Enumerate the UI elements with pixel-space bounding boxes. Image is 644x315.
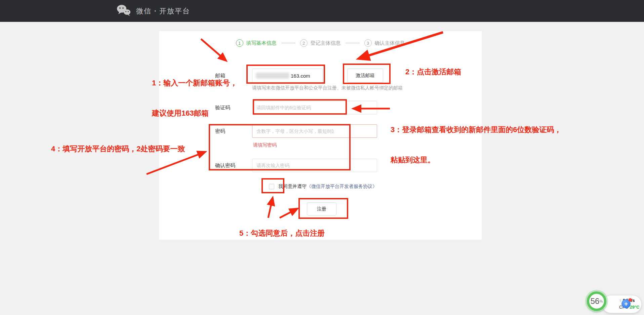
- annotation-text-1: 1：输入一个新邮箱账号， 建议使用163邮箱: [152, 58, 237, 139]
- annotation-rect-activate-button: [343, 64, 391, 84]
- annotation-rect-checkbox: [261, 178, 284, 193]
- annotation-rect-code: [253, 99, 347, 115]
- step-2-entity-info: 2 登记主体信息: [300, 39, 341, 47]
- step-separator: [281, 43, 295, 43]
- annotation-text-3-line2: 粘贴到这里。: [391, 155, 561, 165]
- site-title: 微信・开放平台: [136, 6, 190, 16]
- step-3-label: 确认主体信息: [375, 40, 405, 46]
- annotation-text-2: 2：点击激活邮箱: [405, 67, 461, 77]
- memory-percent-unit: %: [599, 299, 603, 303]
- agreement-text: 我同意并遵守《微信开放平台开发者服务协议》: [278, 184, 377, 190]
- step-2-number: 2: [300, 39, 308, 47]
- step-1-label: 填写基本信息: [246, 40, 277, 46]
- developer-agreement-link[interactable]: 《微信开放平台开发者服务协议》: [307, 184, 377, 189]
- annotation-rect-register: [298, 198, 348, 219]
- step-2-label: 登记主体信息: [311, 40, 341, 46]
- brand: 微信・开放平台: [116, 4, 190, 18]
- notification-dot: [629, 298, 632, 302]
- page: 微信・开放平台 1 填写基本信息 2 登记主体信息 3 确认主体信息 邮箱: [0, 0, 644, 315]
- cpu-temperature: 29°C: [630, 305, 639, 310]
- steps-indicator: 1 填写基本信息 2 登记主体信息 3 确认主体信息: [159, 39, 482, 47]
- step-3-confirm-info: 3 确认主体信息: [364, 39, 405, 47]
- annotation-text-3: 3：登录邮箱查看收到的新邮件里面的6位数验证码， 粘贴到这里。: [391, 105, 561, 185]
- annotation-text-1-line2: 建议使用163邮箱: [152, 108, 237, 118]
- step-1-basic-info: 1 填写基本信息: [236, 39, 277, 47]
- step-separator: [346, 43, 360, 43]
- step-3-number: 3: [364, 39, 372, 47]
- upload-arrow-icon: ↑: [619, 298, 621, 303]
- memory-percent-value: 56: [591, 297, 600, 306]
- memory-usage-ball[interactable]: 56%: [587, 291, 606, 311]
- annotation-text-5: 5：勾选同意后，点击注册: [239, 228, 325, 238]
- wechat-logo-icon: [116, 4, 131, 18]
- annotation-rect-email: [246, 65, 325, 84]
- email-helper-text: 请填写未在微信开放平台和公众平台注册、未被微信私人帐号绑定的邮箱: [252, 85, 403, 91]
- step-1-number: 1: [236, 39, 243, 47]
- top-header: 微信・开放平台: [0, 0, 644, 22]
- annotation-text-3-line1: 3：登录邮箱查看收到的新邮件里面的6位数验证码，: [391, 125, 561, 135]
- agreement-row: 我同意并遵守《微信开放平台开发者服务协议》: [269, 184, 377, 190]
- annotation-text-1-line1: 1：输入一个新邮箱账号，: [152, 78, 237, 88]
- annotation-text-4: 4：填写开放平台的密码，2处密码要一致: [51, 144, 185, 154]
